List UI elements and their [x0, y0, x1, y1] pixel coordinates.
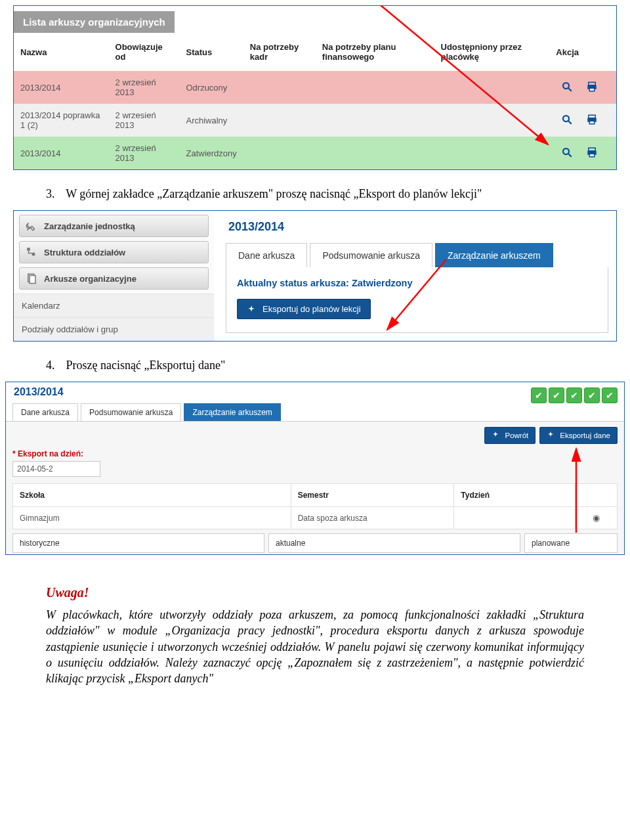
- sidebar-item-label: Struktura oddziałów: [44, 248, 125, 257]
- organization-sheets-table: Nazwa Obowiązuje od Status Na potrzeby k…: [14, 33, 616, 169]
- sidebar-item-label: Arkusze organizacyjne: [44, 274, 136, 284]
- export-date-input[interactable]: [12, 461, 100, 477]
- screenshot-2-frame: Zarządzanie jednostką Struktura oddziałó…: [13, 210, 617, 342]
- step-number: 3.: [46, 187, 63, 201]
- cell-semester: Data spoza arkusza: [291, 507, 454, 529]
- svg-rect-14: [589, 154, 595, 157]
- svg-rect-19: [30, 276, 35, 284]
- warning-title: Uwaga!: [46, 585, 584, 600]
- th-action: Akcja: [549, 33, 616, 71]
- th-name: Nazwa: [14, 33, 109, 71]
- cell-date: 2 wrzesień 2013: [109, 71, 180, 104]
- sparkle-icon: [247, 305, 256, 314]
- document-icon: [26, 273, 37, 284]
- check-icon: ✔: [602, 387, 618, 403]
- th-financial: Na potrzeby planu finansowego: [316, 33, 434, 71]
- print-icon[interactable]: [586, 81, 598, 95]
- sidebar-item-label: Zarządzanie jednostką: [44, 221, 135, 231]
- tree-icon: [26, 246, 37, 258]
- svg-line-6: [569, 121, 572, 124]
- tab-current[interactable]: aktualne: [268, 533, 520, 553]
- cell-name: 2013/2014 poprawka 1 (2): [14, 104, 109, 137]
- tab-sheet-data[interactable]: Dane arkusza: [12, 403, 78, 421]
- th-shared: Udostępniony przez placówkę: [434, 33, 550, 71]
- visibility-icon[interactable]: ◉: [575, 507, 618, 529]
- cell-status: Odrzucony: [179, 71, 243, 104]
- check-icon: ✔: [549, 387, 564, 403]
- sidebar-item-calendar[interactable]: Kalendarz: [14, 294, 214, 317]
- svg-point-0: [563, 83, 569, 89]
- sidebar-item-label: Kalendarz: [22, 301, 60, 311]
- cell-status: Zatwierdzony: [179, 137, 243, 169]
- print-icon[interactable]: [586, 146, 598, 160]
- th-effective-from: Obowiązuje od: [109, 33, 180, 71]
- table-row: 2013/2014 2 wrzesień 2013 Zatwierdzony: [14, 137, 616, 169]
- sparkle-icon: [492, 431, 499, 440]
- sparkle-icon: [547, 431, 555, 440]
- svg-line-1: [569, 88, 572, 91]
- sidebar-item-unit-management[interactable]: Zarządzanie jednostką: [19, 215, 209, 237]
- sidebar-item-sheets[interactable]: Arkusze organizacyjne: [19, 267, 209, 290]
- svg-point-5: [563, 116, 569, 122]
- left-sidebar: Zarządzanie jednostką Struktura oddziałó…: [14, 211, 214, 341]
- tab-summary[interactable]: Podsumowanie arkusza: [81, 403, 181, 421]
- sidebar-item-label: Podziały oddziałów i grup: [22, 324, 118, 334]
- table-header-row: Nazwa Obowiązuje od Status Na potrzeby k…: [14, 33, 616, 71]
- tab-planned[interactable]: planowane: [524, 533, 618, 553]
- screenshot-3-frame: 2013/2014 ✔ ✔ ✔ ✔ ✔ Dane arkusza Podsumo…: [5, 382, 625, 555]
- th-hr: Na potrzeby kadr: [243, 33, 316, 71]
- cell-name: 2013/2014: [14, 71, 109, 104]
- export-to-plans-button[interactable]: Eksportuj do planów lekcji: [237, 299, 371, 319]
- tools-icon: [26, 220, 37, 232]
- svg-rect-16: [27, 248, 30, 251]
- svg-rect-9: [589, 121, 595, 124]
- cell-week: [454, 507, 575, 529]
- year-title: 2013/2014: [228, 220, 608, 234]
- status-checks: ✔ ✔ ✔ ✔ ✔: [531, 387, 618, 403]
- th-school: Szkoła: [13, 484, 291, 507]
- svg-rect-7: [589, 115, 596, 118]
- step-body: Proszę nacisnąć „Eksportuj dane": [66, 359, 226, 372]
- export-data-button[interactable]: Eksportuj dane: [539, 427, 618, 444]
- th-semester: Semestr: [291, 484, 454, 507]
- svg-rect-2: [589, 82, 596, 85]
- check-icon: ✔: [566, 387, 582, 403]
- bottom-tab-bar: historyczne aktualne planowane: [12, 533, 618, 554]
- tab-bar: Dane arkusza Podsumowanie arkusza Zarząd…: [226, 243, 608, 267]
- cell-date: 2 wrzesień 2013: [109, 104, 180, 137]
- year-title: 2013/2014: [14, 386, 64, 398]
- cell-status: Archiwalny: [179, 104, 243, 137]
- tab-management[interactable]: Zarządzanie arkuszem: [435, 243, 553, 267]
- view-icon[interactable]: [561, 146, 573, 160]
- cell-school: Gimnazjum: [13, 507, 291, 529]
- svg-point-10: [563, 148, 569, 154]
- tab-sheet-data[interactable]: Dane arkusza: [226, 243, 307, 267]
- sidebar-item-divisions[interactable]: Podziały oddziałów i grup: [14, 317, 214, 341]
- tab-historical[interactable]: historyczne: [12, 533, 264, 553]
- check-icon: ✔: [531, 387, 547, 403]
- th-status: Status: [179, 33, 243, 71]
- export-on-day-label: * Eksport na dzień:: [12, 449, 618, 458]
- table-title: Lista arkuszy organizacyjnych: [14, 11, 175, 33]
- step-number: 4.: [46, 359, 63, 372]
- table-row: 2013/2014 poprawka 1 (2) 2 wrzesień 2013…: [14, 104, 616, 137]
- step-3-text: 3. W górnej zakładce „Zarządzanie arkusz…: [46, 187, 584, 201]
- status-line: Aktualny status arkusza: Zatwierdzony: [237, 278, 597, 288]
- tab-management[interactable]: Zarządzanie arkuszem: [184, 403, 280, 421]
- svg-rect-4: [589, 88, 595, 91]
- tab-summary[interactable]: Podsumowanie arkusza: [310, 243, 432, 267]
- tab-bar: Dane arkusza Podsumowanie arkusza Zarząd…: [6, 403, 624, 421]
- svg-rect-17: [32, 253, 35, 256]
- print-icon[interactable]: [586, 114, 598, 127]
- back-button[interactable]: Powrót: [484, 427, 536, 444]
- svg-rect-12: [589, 148, 596, 151]
- cell-name: 2013/2014: [14, 137, 109, 169]
- step-body: W górnej zakładce „Zarządzanie arkuszem"…: [66, 187, 482, 200]
- sidebar-item-structure[interactable]: Struktura oddziałów: [19, 241, 209, 263]
- view-icon[interactable]: [561, 114, 573, 127]
- table-row: 2013/2014 2 wrzesień 2013 Odrzucony: [14, 71, 616, 104]
- view-icon[interactable]: [561, 81, 573, 95]
- export-table: Szkoła Semestr Tydzień Gimnazjum Data sp…: [12, 483, 618, 529]
- th-week: Tydzień: [454, 484, 575, 507]
- warning-body: W placówkach, które utworzyły oddziały p…: [46, 607, 584, 686]
